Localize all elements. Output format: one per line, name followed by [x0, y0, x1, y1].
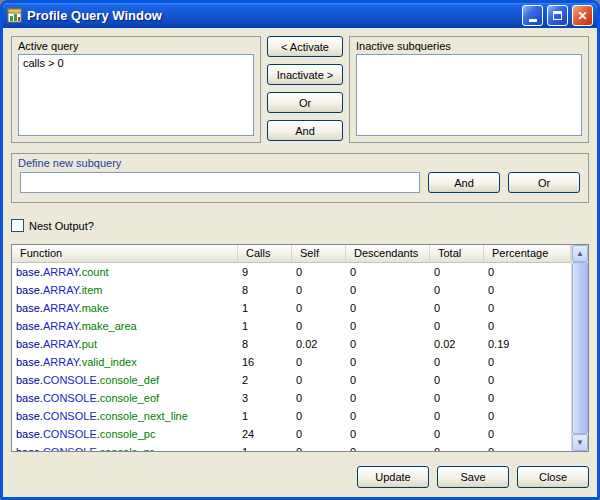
cell-calls: 2 — [238, 371, 292, 389]
cell-total: 0 — [430, 281, 484, 299]
cell-percentage: 0 — [484, 299, 571, 317]
titlebar[interactable]: Profile Query Window ✕ — [3, 3, 597, 28]
table-row[interactable]: base.CONSOLE.console_next_line 1 0 0 0 0 — [12, 407, 571, 425]
cell-calls: 9 — [238, 263, 292, 281]
cell-calls: 1 — [238, 299, 292, 317]
cell-calls: 8 — [238, 281, 292, 299]
cell-function: base.ARRAY.put — [12, 335, 238, 353]
cell-percentage: 0 — [484, 281, 571, 299]
cell-function: base.ARRAY.count — [12, 263, 238, 281]
scrollbar-thumb[interactable] — [572, 262, 588, 434]
cell-total: 0 — [430, 299, 484, 317]
or-button[interactable]: Or — [267, 92, 343, 113]
cell-calls: 1 — [238, 443, 292, 451]
cell-calls: 1 — [238, 407, 292, 425]
activate-button[interactable]: < Activate — [267, 36, 343, 57]
cell-self: 0 — [292, 353, 346, 371]
subquery-and-button[interactable]: And — [428, 172, 500, 193]
cell-percentage: 0 — [484, 353, 571, 371]
cell-self: 0 — [292, 389, 346, 407]
cell-total: 0 — [430, 263, 484, 281]
table-row[interactable]: base.ARRAY.make 1 0 0 0 0 — [12, 299, 571, 317]
cell-calls: 1 — [238, 317, 292, 335]
table-row[interactable]: base.ARRAY.count 9 0 0 0 0 — [12, 263, 571, 281]
cell-descendants: 0 — [346, 281, 430, 299]
profile-table-main: Function Calls Self Descendants Total Pe… — [12, 245, 571, 451]
scroll-down-icon: ▼ — [576, 439, 584, 447]
save-button[interactable]: Save — [437, 466, 509, 488]
table-row[interactable]: base.CONSOLE.console_pr 1 0 0 0 0 — [12, 443, 571, 451]
update-button[interactable]: Update — [357, 466, 429, 488]
active-query-label: Active query — [12, 37, 260, 54]
table-row[interactable]: base.ARRAY.put 8 0.02 0 0.02 0.19 — [12, 335, 571, 353]
scrollbar-down-button[interactable]: ▼ — [572, 434, 588, 451]
close-icon: ✕ — [577, 10, 587, 22]
cell-function: base.CONSOLE.console_eof — [12, 389, 238, 407]
profile-query-window: Profile Query Window ✕ Active query call… — [0, 0, 600, 500]
define-subquery-group: Define new subquery And Or — [11, 153, 589, 203]
cell-descendants: 0 — [346, 299, 430, 317]
cell-percentage: 0 — [484, 389, 571, 407]
cell-self: 0 — [292, 299, 346, 317]
nest-output-label[interactable]: Nest Output? — [29, 220, 94, 232]
cell-descendants: 0 — [346, 353, 430, 371]
inactivate-button[interactable]: Inactivate > — [267, 64, 343, 85]
table-header: Function Calls Self Descendants Total Pe… — [12, 245, 571, 263]
cell-total: 0 — [430, 443, 484, 451]
table-row[interactable]: base.CONSOLE.console_pc 24 0 0 0 0 — [12, 425, 571, 443]
cell-function: base.ARRAY.make — [12, 299, 238, 317]
header-total[interactable]: Total — [430, 245, 484, 262]
subquery-or-button[interactable]: Or — [508, 172, 580, 193]
table-row[interactable]: base.ARRAY.valid_index 16 0 0 0 0 — [12, 353, 571, 371]
cell-descendants: 0 — [346, 425, 430, 443]
cell-function: base.CONSOLE.console_next_line — [12, 407, 238, 425]
header-percentage[interactable]: Percentage — [484, 245, 571, 262]
cell-percentage: 0 — [484, 317, 571, 335]
nest-output-checkbox[interactable] — [11, 219, 24, 232]
cell-self: 0.02 — [292, 335, 346, 353]
subquery-input[interactable] — [20, 172, 420, 193]
inactive-subqueries-label: Inactive subqueries — [350, 37, 588, 54]
header-calls[interactable]: Calls — [238, 245, 292, 262]
app-icon — [7, 8, 23, 24]
cell-function: base.CONSOLE.console_pc — [12, 425, 238, 443]
cell-function: base.ARRAY.valid_index — [12, 353, 238, 371]
cell-function: base.ARRAY.item — [12, 281, 238, 299]
cell-calls: 24 — [238, 425, 292, 443]
cell-self: 0 — [292, 281, 346, 299]
cell-self: 0 — [292, 407, 346, 425]
active-query-list[interactable]: calls > 0 — [18, 54, 254, 136]
cell-percentage: 0 — [484, 371, 571, 389]
and-button[interactable]: And — [267, 120, 343, 141]
dialog-body: Active query calls > 0 < Activate Inacti… — [3, 28, 597, 497]
header-self[interactable]: Self — [292, 245, 346, 262]
inactive-subqueries-list[interactable] — [356, 54, 582, 136]
cell-percentage: 0 — [484, 425, 571, 443]
cell-self: 0 — [292, 317, 346, 335]
table-row[interactable]: base.CONSOLE.console_eof 3 0 0 0 0 — [12, 389, 571, 407]
cell-self: 0 — [292, 425, 346, 443]
window-title: Profile Query Window — [27, 8, 518, 23]
maximize-button[interactable] — [547, 5, 568, 26]
active-query-item[interactable]: calls > 0 — [23, 57, 64, 69]
cell-percentage: 0 — [484, 407, 571, 425]
table-row[interactable]: base.ARRAY.item 8 0 0 0 0 — [12, 281, 571, 299]
table-row[interactable]: base.ARRAY.make_area 1 0 0 0 0 — [12, 317, 571, 335]
cell-function: base.CONSOLE.console_def — [12, 371, 238, 389]
scrollbar-up-button[interactable]: ▲ — [572, 245, 588, 262]
cell-total: 0 — [430, 317, 484, 335]
table-row[interactable]: base.CONSOLE.console_def 2 0 0 0 0 — [12, 371, 571, 389]
nest-output-row: Nest Output? — [11, 219, 589, 232]
cell-descendants: 0 — [346, 389, 430, 407]
cell-total: 0 — [430, 407, 484, 425]
vertical-scrollbar[interactable]: ▲ ▼ — [571, 245, 588, 451]
cell-descendants: 0 — [346, 335, 430, 353]
cell-calls: 3 — [238, 389, 292, 407]
profile-table: Function Calls Self Descendants Total Pe… — [11, 244, 589, 452]
close-dialog-button[interactable]: Close — [517, 466, 589, 488]
header-descendants[interactable]: Descendants — [346, 245, 430, 262]
define-subquery-label: Define new subquery — [12, 154, 588, 171]
close-button[interactable]: ✕ — [572, 5, 593, 26]
header-function[interactable]: Function — [12, 245, 238, 262]
minimize-button[interactable] — [522, 5, 543, 26]
